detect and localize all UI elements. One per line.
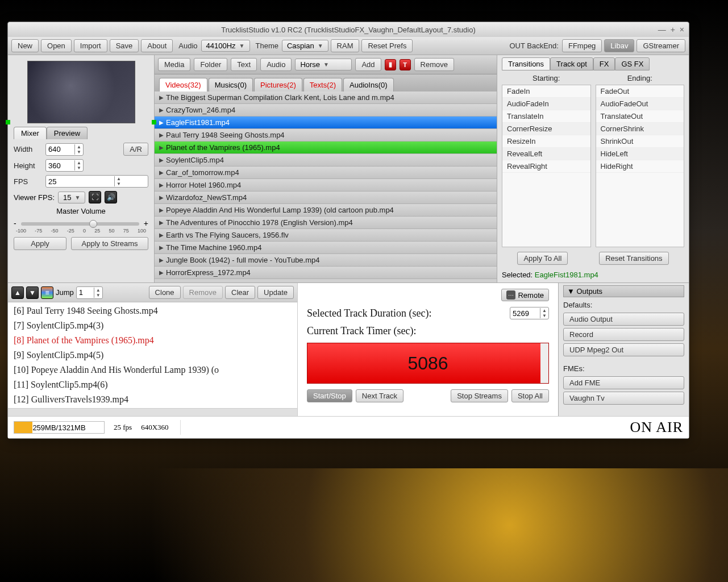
backend-ffmpeg[interactable]: FFmpeg <box>562 39 602 52</box>
volume-slider[interactable] <box>21 222 139 226</box>
transition-item[interactable]: ShrinkOut <box>596 135 684 148</box>
tab-fx[interactable]: FX <box>593 57 615 70</box>
move-up-icon[interactable]: ▲ <box>11 286 24 299</box>
transition-item[interactable]: RevealLeft <box>502 148 590 160</box>
backend-libav[interactable]: Libav <box>604 39 634 52</box>
remove-button[interactable]: Remove <box>414 58 454 71</box>
tab-transitions[interactable]: Transitions <box>502 57 550 70</box>
add-fme-button[interactable]: Add FME <box>563 376 684 389</box>
tab-audioins[interactable]: AudioIns(0) <box>343 78 393 92</box>
backend-gstreamer[interactable]: GStreamer <box>637 39 685 52</box>
file-row[interactable]: ▶Jungle Book (1942) - full movie - YouTu… <box>155 254 497 267</box>
about-button[interactable]: About <box>141 39 173 52</box>
import-button[interactable]: Import <box>74 39 107 52</box>
fps-spinner[interactable]: ▲▼ <box>45 175 148 188</box>
file-row[interactable]: ▶Planet of the Vampires (1965).mp4 <box>155 142 497 154</box>
transition-item[interactable]: CornerResize <box>502 123 590 135</box>
reset-transitions-button[interactable]: Reset Transitions <box>599 252 668 265</box>
tab-texts[interactable]: Texts(2) <box>303 78 342 92</box>
ending-list[interactable]: FadeOutAudioFadeOutTranslateOutCornerShr… <box>596 85 685 247</box>
open-button[interactable]: Open <box>41 39 72 52</box>
apply-to-all-button[interactable]: Apply To All <box>517 252 568 265</box>
remote-button[interactable]: ⋯ Remote <box>501 289 549 301</box>
minimize-icon[interactable]: — <box>658 25 666 34</box>
record-button[interactable]: Record <box>563 328 684 341</box>
horizontal-scrollbar[interactable] <box>8 408 297 416</box>
file-row[interactable]: ▶Wizardofoz_NewST.mp4 <box>155 192 497 204</box>
transition-item[interactable]: FadeIn <box>502 85 590 98</box>
transition-item[interactable]: AudioFadeIn <box>502 98 590 110</box>
add-button[interactable]: Add <box>355 58 381 71</box>
viewer-fps-combo[interactable]: 15▼ <box>58 192 85 203</box>
vaughn-tv-button[interactable]: Vaughn Tv <box>563 392 684 405</box>
tab-pictures[interactable]: Pictures(2) <box>254 78 302 92</box>
close-icon[interactable]: × <box>680 25 684 34</box>
text-t-icon[interactable]: T <box>400 59 411 70</box>
maximize-icon[interactable]: + <box>671 25 675 34</box>
tab-musics[interactable]: Musics(0) <box>209 78 253 92</box>
queue-row[interactable]: [8] Planet of the Vampires (1965).mp4 <box>8 333 297 348</box>
list-icon[interactable]: ≡ <box>41 286 53 299</box>
queue-row[interactable]: [12] GulliversTravels1939.mp4 <box>8 392 297 407</box>
clear-button[interactable]: Clear <box>225 286 255 299</box>
file-row[interactable]: ▶Paul Terry 1948 Seeing Ghosts.mp4 <box>155 129 497 142</box>
queue-row[interactable]: [11] SoylentClip5.mp4(6) <box>8 377 297 392</box>
record-square-icon[interactable]: ▮ <box>385 59 396 70</box>
preview-thumbnail[interactable] <box>27 61 135 123</box>
transition-item[interactable]: ResizeIn <box>502 135 590 148</box>
queue-remove-button[interactable]: Remove <box>183 286 223 299</box>
queue-row[interactable]: [10] Popeye Aladdin And His Wonderful La… <box>8 363 297 377</box>
file-row[interactable]: ▶The Time Machine 1960.mp4 <box>155 242 497 254</box>
move-down-icon[interactable]: ▼ <box>26 286 39 299</box>
stop-streams-button[interactable]: Stop Streams <box>451 389 508 402</box>
audio-output-button[interactable]: Audio Output <box>563 313 684 326</box>
text-button[interactable]: Text <box>231 58 257 71</box>
media-button[interactable]: Media <box>158 58 190 71</box>
transition-item[interactable]: HideRight <box>596 160 684 173</box>
tab-videos[interactable]: Videos(32) <box>159 78 207 92</box>
file-row[interactable]: ▶Car_of_tomorrow.mp4 <box>155 167 497 179</box>
audio-rate-combo[interactable]: 44100Hz▼ <box>201 40 250 52</box>
ram-button[interactable]: RAM <box>331 39 360 52</box>
queue-row[interactable]: [6] Paul Terry 1948 Seeing Ghosts.mp4 <box>8 304 297 318</box>
start-stop-button[interactable]: Start/Stop <box>307 389 352 402</box>
fullscreen-icon[interactable]: ⛶ <box>89 191 101 203</box>
file-row[interactable]: ▶Horror Hotel 1960.mp4 <box>155 179 497 192</box>
file-row[interactable]: ▶The Biggest Superman Compilation Clark … <box>155 92 497 104</box>
file-row[interactable]: ▶The Adventures of Pinocchio 1978 (Engli… <box>155 217 497 229</box>
queue-row[interactable]: [9] SoylentClip5.mp4(5) <box>8 348 297 363</box>
width-spinner[interactable]: ▲▼ <box>45 143 84 156</box>
file-row[interactable]: ▶Earth vs The Flying Saucers, 1956.flv <box>155 229 497 242</box>
file-row[interactable]: ▶CrazyTown_246.mp4 <box>155 104 497 117</box>
queue-list[interactable]: [6] Paul Terry 1948 Seeing Ghosts.mp4[7]… <box>8 302 297 408</box>
outputs-header[interactable]: ▼ Outputs <box>563 285 684 297</box>
clone-button[interactable]: Clone <box>149 286 181 299</box>
titlebar[interactable]: TrucklistStudio v1.0 RC2 (TrucklistStudi… <box>8 22 689 37</box>
theme-combo[interactable]: Caspian▼ <box>282 40 328 52</box>
queue-row[interactable]: [7] SoylentClip5.mp4(3) <box>8 318 297 333</box>
file-row[interactable]: ▶EagleFist1981.mp4 <box>155 117 497 129</box>
save-button[interactable]: Save <box>110 39 139 52</box>
tab-preview[interactable]: Preview <box>47 127 88 139</box>
reset-prefs-button[interactable]: Reset Prefs <box>361 39 413 52</box>
audio-button[interactable]: Audio <box>260 58 292 71</box>
speaker-icon[interactable]: 🔊 <box>105 191 117 203</box>
folder-button[interactable]: Folder <box>194 58 227 71</box>
apply-button[interactable]: Apply <box>14 237 66 250</box>
tab-gs-fx[interactable]: GS FX <box>615 57 650 70</box>
starting-list[interactable]: FadeInAudioFadeInTranslateInCornerResize… <box>502 85 591 247</box>
jump-spinner[interactable]: ▲▼ <box>76 286 103 299</box>
preset-combo[interactable]: Horse▼ <box>295 59 352 70</box>
new-button[interactable]: New <box>11 39 39 52</box>
file-row[interactable]: ▶SoylentClip5.mp4 <box>155 154 497 167</box>
height-spinner[interactable]: ▲▼ <box>45 159 84 172</box>
tab-mixer[interactable]: Mixer <box>14 127 47 139</box>
transition-item[interactable]: AudioFadeOut <box>596 98 684 110</box>
aspect-ratio-button[interactable]: A/R <box>123 143 148 156</box>
stop-all-button[interactable]: Stop All <box>511 389 549 402</box>
transition-item[interactable]: RevealRight <box>502 160 590 173</box>
transition-item[interactable]: TranslateIn <box>502 110 590 123</box>
apply-to-streams-button[interactable]: Apply to Streams <box>71 237 148 250</box>
transition-item[interactable]: HideLeft <box>596 148 684 160</box>
udp-mpeg2-button[interactable]: UDP Mpeg2 Out <box>563 343 684 356</box>
